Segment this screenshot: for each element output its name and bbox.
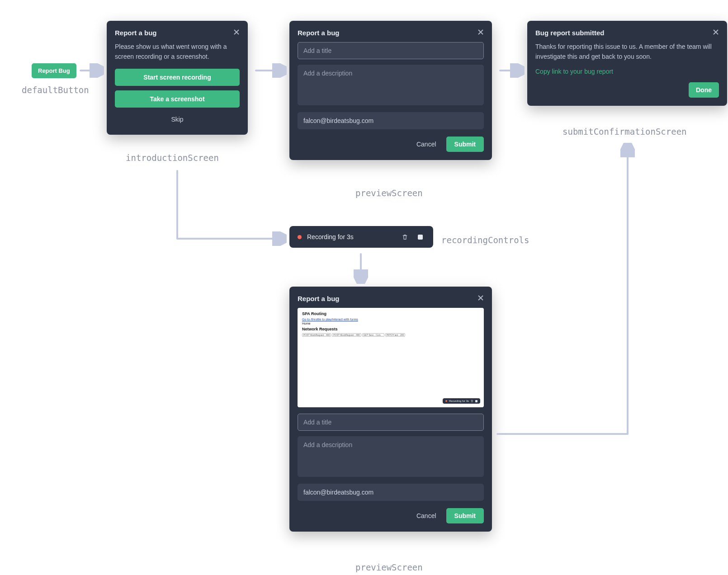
flow-arrows xyxy=(0,0,728,575)
